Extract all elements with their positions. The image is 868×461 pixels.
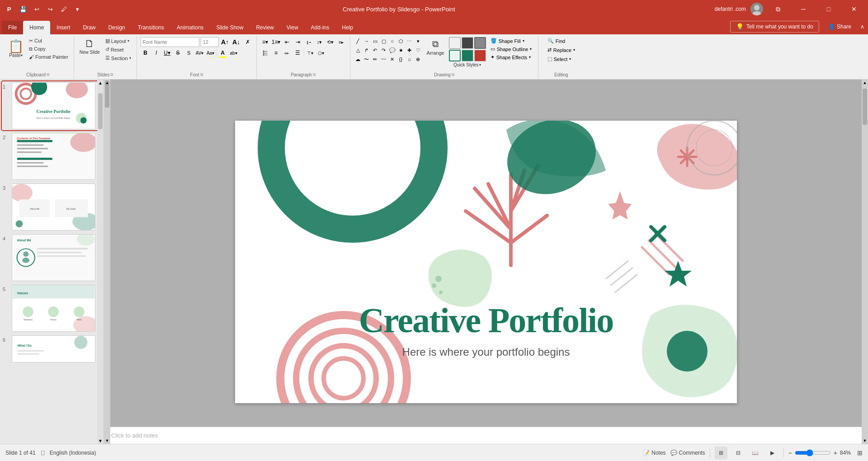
slide-panel-scrollbar[interactable]: ▲ ▼ (97, 80, 104, 444)
highlight-button[interactable]: ab▾ (229, 48, 239, 58)
shape-callout-icon[interactable]: 💬 (388, 46, 396, 54)
shape-x-icon[interactable]: ✕ (388, 55, 396, 63)
align-right-button[interactable]: ⬰ (282, 48, 292, 58)
shape-curved-arrow-icon[interactable]: ↷ (380, 46, 388, 54)
slide-item-1[interactable]: 1 Creative Portfolio Here is where your … (2, 81, 102, 130)
user-name[interactable]: defantri .com (715, 6, 746, 12)
quick-style-3[interactable] (474, 37, 486, 49)
notes-button[interactable]: 📝 Notes (643, 450, 665, 456)
canvas-scroll-bottom[interactable]: ▼ (862, 437, 868, 444)
zoom-level[interactable]: 84% (840, 450, 851, 456)
shadow-button[interactable]: S (184, 48, 194, 58)
format-painter-button[interactable]: 🖌 Format Painter (27, 53, 70, 61)
copy-button[interactable]: ⧉ Copy (27, 45, 70, 53)
shape-bracket-icon[interactable]: {} (397, 55, 405, 63)
tell-me-input[interactable]: 💡 Tell me what you want to do (730, 21, 819, 33)
shape-more-icon[interactable]: ⋯ (406, 37, 414, 45)
scroll-top-button[interactable]: ▲ (104, 80, 110, 86)
canvas-scrollbar-thumb[interactable] (863, 89, 867, 125)
quick-styles-label[interactable]: Quick Styles ▾ (453, 62, 481, 67)
shape-bent-arrow-icon[interactable]: ↱ (363, 46, 371, 54)
add-remove-columns-button[interactable]: ⫿▾ (304, 37, 314, 47)
shape-triangle-icon[interactable]: △ (354, 46, 362, 54)
canvas-right-scrollbar[interactable]: ▲ ▼ (862, 80, 868, 444)
scroll-up-button[interactable]: ▲ (97, 80, 104, 86)
spacing-button[interactable]: AV▾ (195, 48, 205, 58)
restore-down-button[interactable]: ⧉ (768, 0, 788, 18)
justify-button[interactable]: ☰ (293, 48, 303, 58)
shape-star-icon[interactable]: ★ (397, 46, 405, 54)
left-scrollbar[interactable]: ▲ ▼ (104, 80, 110, 444)
undo-button[interactable]: ↩ (31, 3, 42, 15)
slide-item-4[interactable]: 4 About Me (2, 233, 102, 282)
maximize-button[interactable]: □ (818, 0, 839, 18)
shape-plus-icon[interactable]: ✚ (406, 46, 414, 54)
font-color-button[interactable]: A (218, 48, 228, 58)
change-case-button[interactable]: Aa▾ (206, 48, 216, 58)
font-dialog-button[interactable]: ⧉ (200, 72, 203, 77)
tab-slideshow[interactable]: Slide Show (210, 21, 250, 34)
shape-cloud-icon[interactable]: ☁ (354, 55, 362, 63)
cut-button[interactable]: ✂ Cut (27, 37, 70, 45)
section-button[interactable]: ☰ Section ▾ (104, 54, 133, 62)
shape-line-icon[interactable]: ╱ (354, 37, 362, 45)
bullets-button[interactable]: ≡▾ (260, 37, 270, 47)
clipboard-dialog-button[interactable]: ⧉ (47, 72, 49, 77)
slide-sorter-button[interactable]: ⊟ (732, 447, 745, 459)
increase-indent-button[interactable]: ⇥ (293, 37, 303, 47)
tab-review[interactable]: Review (250, 21, 280, 34)
normal-view-button[interactable]: ⊞ (715, 447, 727, 459)
share-button[interactable]: 👤 Share (824, 22, 856, 32)
minimize-button[interactable]: ─ (793, 0, 814, 18)
tab-insert[interactable]: Insert (50, 21, 76, 34)
shape-scribble-icon[interactable]: 〰 (380, 55, 388, 63)
shape-rect-icon[interactable]: ▭ (371, 37, 379, 45)
customize-button[interactable]: 🖊 (58, 3, 70, 15)
notes-input[interactable]: Click to add notes (104, 427, 862, 444)
line-spacing-button[interactable]: ↕▾ (315, 37, 325, 47)
arrange-button[interactable]: ⧉ Arrange (424, 37, 447, 57)
shape-outline-button[interactable]: ▭ Shape Outline ▾ (488, 45, 535, 53)
tab-file[interactable]: File (2, 21, 23, 34)
redo-button[interactable]: ↪ (44, 3, 56, 15)
user-avatar[interactable] (750, 3, 763, 15)
font-family-input[interactable] (141, 37, 199, 47)
canvas-scroll-top[interactable]: ▲ (862, 80, 868, 86)
tab-home[interactable]: Home (23, 21, 50, 34)
clear-formatting-button[interactable]: ✗ (243, 37, 253, 47)
shape-freeform-icon[interactable]: ✏ (371, 55, 379, 63)
reading-view-button[interactable]: 📖 (749, 447, 762, 459)
slide-item-6[interactable]: 6 What I Do (2, 334, 102, 363)
quick-style-2[interactable] (462, 37, 473, 49)
numbering-button[interactable]: 1≡▾ (271, 37, 281, 47)
tab-design[interactable]: Design (102, 21, 131, 34)
fit-slide-button[interactable]: ⊞ (857, 449, 863, 456)
tab-transitions[interactable]: Transitions (132, 21, 170, 34)
replace-button[interactable]: ⇄ Replace ▾ (545, 46, 578, 54)
decrease-indent-button[interactable]: ⇤ (282, 37, 292, 47)
convert-button[interactable]: ≡▸ (336, 37, 346, 47)
tab-animations[interactable]: Animations (170, 21, 210, 34)
shape-curve-icon[interactable]: 〜 (363, 55, 371, 63)
zoom-out-button[interactable]: − (788, 449, 792, 456)
zoom-in-button[interactable]: + (834, 449, 837, 456)
shape-brace-icon[interactable]: ⌂ (406, 55, 414, 63)
shape-rounded-rect-icon[interactable]: ▢ (380, 37, 388, 45)
shape-circle-icon[interactable]: ○ (388, 37, 396, 45)
tab-draw[interactable]: Draw (76, 21, 102, 34)
find-button[interactable]: 🔍 Find (545, 37, 568, 45)
font-size-input[interactable] (201, 37, 219, 47)
shape-u-turn-icon[interactable]: ↶ (371, 46, 379, 54)
scroll-down-button[interactable]: ▼ (97, 437, 104, 444)
shape-effects-button[interactable]: ✦ Shape Effects ▾ (488, 53, 535, 61)
strikethrough-button[interactable]: S (173, 48, 183, 58)
text-direction-button[interactable]: ⟲▾ (326, 37, 335, 47)
tab-view[interactable]: View (280, 21, 305, 34)
paste-button[interactable]: 📋 Paste ▾ (5, 37, 26, 61)
smart-art-button[interactable]: ⬡▾ (316, 48, 326, 58)
shape-arrow-icon[interactable]: → (363, 37, 371, 45)
language-label[interactable]: English (Indonesia) (50, 450, 96, 456)
close-button[interactable]: ✕ (844, 0, 864, 18)
drawing-dialog-button[interactable]: ⧉ (452, 72, 454, 77)
increase-font-size-button[interactable]: A↑ (220, 37, 230, 47)
